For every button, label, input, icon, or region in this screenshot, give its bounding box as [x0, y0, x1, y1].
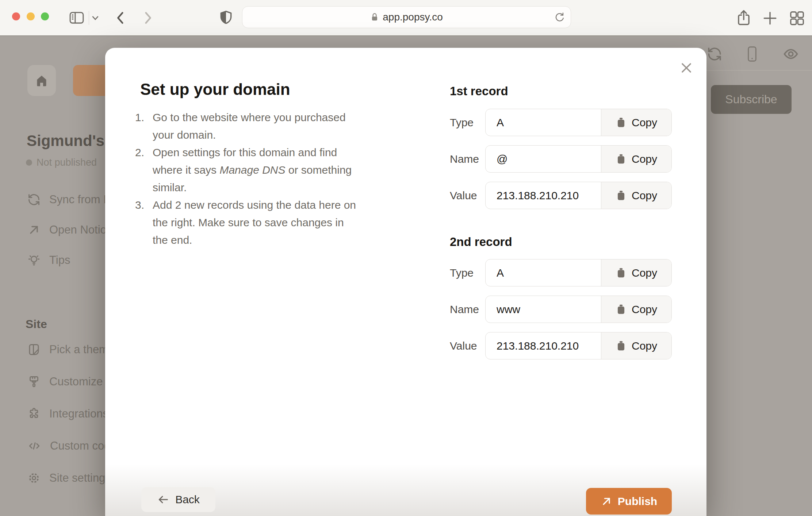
field-label: Name: [450, 145, 479, 173]
publish-button[interactable]: Publish: [586, 488, 672, 515]
record-heading: 1st record: [450, 83, 508, 99]
dns-value-input[interactable]: [486, 332, 601, 359]
domain-setup-modal: Set up your domain 1. Go to the website …: [105, 48, 706, 516]
clipboard-icon: [616, 340, 627, 352]
forward-icon[interactable]: [139, 10, 155, 26]
lightbulb-icon: [27, 254, 41, 267]
sync-icon[interactable]: [707, 46, 722, 62]
step-1: 1. Go to the website where you purchased…: [135, 109, 391, 144]
minimize-window-button[interactable]: [27, 12, 35, 20]
dns-value-input[interactable]: [486, 182, 601, 209]
sidebar-item-label: Integrations: [49, 407, 108, 420]
eye-icon[interactable]: [782, 46, 800, 62]
shield-icon[interactable]: [218, 9, 234, 26]
address-bar[interactable]: app.popsy.co: [242, 6, 571, 28]
field-label: Value: [450, 182, 477, 209]
step-text: the end.: [153, 231, 356, 249]
mobile-preview-icon[interactable]: [746, 45, 759, 63]
clipboard-icon: [616, 304, 627, 315]
sidebar-item-label: Custom cod: [50, 439, 110, 453]
copy-button[interactable]: Copy: [601, 182, 671, 209]
dns-field: Copy: [485, 182, 672, 209]
dns-field: Copy: [485, 145, 672, 173]
dns-value-input[interactable]: [486, 296, 601, 323]
dns-value-input[interactable]: [486, 259, 601, 286]
close-window-button[interactable]: [12, 12, 20, 20]
sidebar-item-pick-a-theme[interactable]: Pick a them: [27, 342, 108, 358]
browser-toolbar: app.popsy.co: [0, 0, 812, 36]
share-icon[interactable]: [735, 9, 753, 27]
copy-button[interactable]: Copy: [601, 259, 671, 286]
code-icon: [27, 439, 41, 453]
manage-dns-emphasis: Manage DNS: [219, 164, 285, 176]
sidebar-item-site-settings[interactable]: Site settings: [27, 470, 111, 486]
reload-icon[interactable]: [554, 12, 566, 23]
lock-icon: [370, 12, 379, 22]
copy-button[interactable]: Copy: [601, 109, 671, 136]
new-tab-icon[interactable]: [762, 10, 778, 27]
copy-label: Copy: [632, 303, 657, 316]
publish-status: Not published: [26, 157, 97, 168]
dns-field: Copy: [485, 332, 672, 359]
field-label: Value: [450, 332, 477, 359]
dns-field: Copy: [485, 296, 672, 323]
sidebar-item-custom-code[interactable]: Custom cod: [27, 438, 110, 454]
copy-label: Copy: [632, 340, 657, 352]
record-heading: 2nd record: [450, 234, 512, 250]
dns-record-row: Value Copy: [450, 332, 672, 359]
status-dot-icon: [26, 159, 32, 166]
field-label: Type: [450, 109, 474, 136]
field-label: Type: [450, 259, 474, 286]
subscribe-button[interactable]: Subscribe: [711, 85, 792, 114]
sidebar-item-label: Open Notio: [49, 223, 107, 236]
step-2: 2. Open settings for this domain and fin…: [135, 144, 391, 196]
sidebar-item-tips[interactable]: Tips: [27, 252, 70, 268]
step-3: 3. Add 2 new records using the data here…: [135, 196, 391, 249]
dns-value-input[interactable]: [486, 146, 601, 172]
chevron-down-icon[interactable]: [91, 14, 99, 22]
step-text: Open settings for this domain and find: [153, 144, 352, 161]
gear-icon: [27, 471, 41, 485]
clipboard-icon: [616, 190, 627, 201]
copy-button[interactable]: Copy: [601, 146, 671, 172]
step-text: similar.: [153, 179, 352, 196]
url-text: app.popsy.co: [383, 11, 443, 23]
copy-button[interactable]: Copy: [601, 332, 671, 359]
external-arrow-icon: [27, 223, 41, 236]
dns-field: Copy: [485, 259, 672, 286]
close-icon[interactable]: [678, 60, 694, 76]
tab-overview-icon[interactable]: [789, 10, 805, 27]
dns-record-row: Name Copy: [450, 296, 672, 323]
clipboard-icon: [616, 153, 627, 165]
copy-button[interactable]: Copy: [601, 296, 671, 323]
step-text: your domain.: [153, 126, 346, 144]
sidebar-item-integrations[interactable]: Integrations: [27, 406, 108, 422]
sync-icon: [27, 193, 41, 206]
zoom-window-button[interactable]: [41, 12, 49, 20]
paintbrush-icon: [27, 375, 41, 388]
step-number: 3.: [135, 196, 153, 249]
sidebar-item-label: Sync from N: [49, 193, 112, 206]
back-button[interactable]: Back: [141, 487, 215, 512]
clipboard-icon: [616, 117, 627, 128]
home-button[interactable]: [27, 65, 56, 96]
puzzle-icon: [27, 407, 41, 420]
publish-label: Publish: [618, 495, 657, 508]
sidebar-item-sync-from-notion[interactable]: Sync from N: [27, 192, 112, 208]
dns-field: Copy: [485, 109, 672, 136]
sidebar-toggle-icon[interactable]: [69, 9, 85, 26]
modal-title: Set up your domain: [140, 80, 290, 99]
site-name: Sigmund's: [27, 131, 104, 151]
arrow-left-icon: [157, 493, 169, 506]
site-section-title: Site: [26, 316, 47, 332]
field-label: Name: [450, 296, 479, 323]
copy-label: Copy: [632, 189, 657, 202]
sidebar-item-customize-theme[interactable]: Customize t: [27, 374, 109, 390]
clipboard-icon: [616, 267, 627, 279]
theme-icon: [27, 343, 41, 356]
sidebar-item-open-notion[interactable]: Open Notio: [27, 222, 107, 238]
dns-value-input[interactable]: [486, 109, 601, 136]
sidebar-item-label: Customize t: [49, 375, 109, 388]
back-icon[interactable]: [114, 10, 129, 26]
step-number: 2.: [135, 144, 153, 196]
